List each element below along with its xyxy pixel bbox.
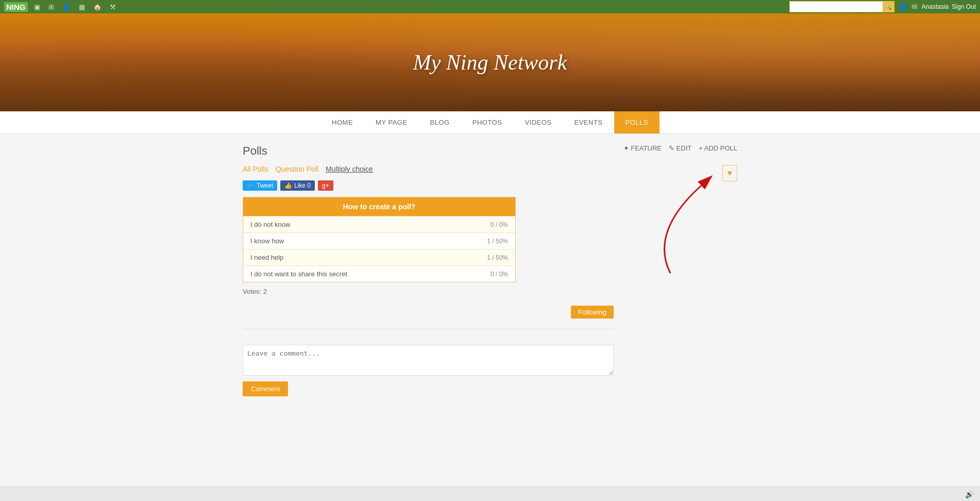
apps-icon[interactable]: ▦ <box>77 3 87 11</box>
search-box: 🔍 <box>789 1 894 12</box>
banner-title: My Ning Network <box>413 50 567 75</box>
page-title: Polls <box>243 144 267 158</box>
thumbs-up-icon: 👍 <box>284 182 292 189</box>
signout-link[interactable]: Sign Out <box>952 3 976 10</box>
tab-all-polls[interactable]: All Polls <box>243 165 268 173</box>
edit-button[interactable]: ✎ EDIT <box>669 144 691 152</box>
top-bar-user: Anastasia Sign Out <box>922 3 976 10</box>
comment-button[interactable]: Comment <box>243 381 288 396</box>
tools-icon[interactable]: ⚒ <box>108 3 118 11</box>
option-votes-4: 0 / 0% <box>491 271 508 278</box>
tab-question-poll[interactable]: Question Poll <box>276 165 318 173</box>
nav-videos[interactable]: VIDEOS <box>513 111 563 133</box>
ning-logo: NING <box>4 2 28 12</box>
following-area: Following <box>243 306 614 319</box>
option-text-2: I know how <box>250 237 487 245</box>
tv-icon[interactable]: ▣ <box>32 3 42 11</box>
page-content: Polls ✦ FEATURE ✎ EDIT + ADD POLL All Po… <box>232 134 748 407</box>
option-votes-1: 0 / 0% <box>491 221 508 228</box>
polls-actions: ✦ FEATURE ✎ EDIT + ADD POLL <box>623 144 737 152</box>
comment-section: Comment <box>243 345 614 396</box>
divider <box>243 329 614 329</box>
main-column: All Polls Question Poll Multiply choice … <box>243 165 614 396</box>
table-row[interactable]: I need help 1 / 50% <box>243 249 515 265</box>
top-bar-left: NING ▣ ⊞ 👤 ▦ 🏠 ⚒ <box>4 2 118 12</box>
side-column: ♥ <box>624 165 737 396</box>
votes-count: Votes: 2 <box>243 288 614 295</box>
poll-question: How to create a poll? <box>243 197 515 216</box>
option-votes-3: 1 / 50% <box>487 254 508 261</box>
option-text-1: I do not know <box>250 221 491 228</box>
heart-icon: ♥ <box>728 169 733 177</box>
main-nav: HOME MY PAGE BLOG PHOTOS VIDEOS EVENTS P… <box>0 111 980 134</box>
option-text-4: I do not want to share this secret <box>250 270 491 278</box>
add-poll-button[interactable]: + ADD POLL <box>699 144 737 152</box>
search-button[interactable]: 🔍 <box>883 2 894 12</box>
feature-button[interactable]: ✦ FEATURE <box>623 144 662 152</box>
table-row[interactable]: I do not know 0 / 0% <box>243 216 515 232</box>
option-votes-2: 1 / 50% <box>487 238 508 245</box>
poll-tabs: All Polls Question Poll Multiply choice <box>243 165 614 173</box>
grid-icon[interactable]: ⊞ <box>46 3 56 11</box>
content-area: All Polls Question Poll Multiply choice … <box>243 165 737 396</box>
banner: My Ning Network <box>0 13 980 111</box>
gplus-button[interactable]: g+ <box>318 180 333 191</box>
table-row[interactable]: I do not want to share this secret 0 / 0… <box>243 265 515 282</box>
option-text-3: I need help <box>250 254 487 261</box>
table-row[interactable]: I know how 1 / 50% <box>243 232 515 249</box>
search-input[interactable] <box>790 2 883 12</box>
like-button[interactable]: 👍 Like 0 <box>280 180 315 191</box>
user-icon[interactable]: 👤 <box>60 3 73 11</box>
poll-box: How to create a poll? I do not know 0 / … <box>243 197 516 282</box>
comment-textarea[interactable] <box>243 345 614 376</box>
polls-header: Polls ✦ FEATURE ✎ EDIT + ADD POLL <box>243 144 737 158</box>
messages-icon[interactable]: ✉ <box>911 3 918 11</box>
nav-blog[interactable]: BLOG <box>419 111 461 133</box>
username-link[interactable]: Anastasia <box>922 3 949 10</box>
nav-mypage[interactable]: MY PAGE <box>364 111 419 133</box>
top-bar: NING ▣ ⊞ 👤 ▦ 🏠 ⚒ 🔍 👤 ✉ Anastasia Sign Ou… <box>0 0 980 13</box>
red-arrow <box>639 170 732 283</box>
tab-multiply-choice[interactable]: Multiply choice <box>326 165 373 173</box>
top-bar-right: 🔍 👤 ✉ Anastasia Sign Out <box>789 0 976 13</box>
nav-home[interactable]: HOME <box>320 111 364 133</box>
nav-events[interactable]: EVENTS <box>563 111 614 133</box>
nav-polls[interactable]: POLLS <box>614 111 660 133</box>
following-button[interactable]: Following <box>571 306 614 319</box>
social-row: 🐦 Tweet 👍 Like 0 g+ <box>243 180 614 191</box>
twitter-icon: 🐦 <box>247 182 255 189</box>
home-icon[interactable]: 🏠 <box>91 3 104 11</box>
tweet-button[interactable]: 🐦 Tweet <box>243 180 277 191</box>
nav-photos[interactable]: PHOTOS <box>461 111 514 133</box>
favorite-button[interactable]: ♥ <box>722 165 738 181</box>
profile-icon[interactable]: 👤 <box>899 3 907 11</box>
